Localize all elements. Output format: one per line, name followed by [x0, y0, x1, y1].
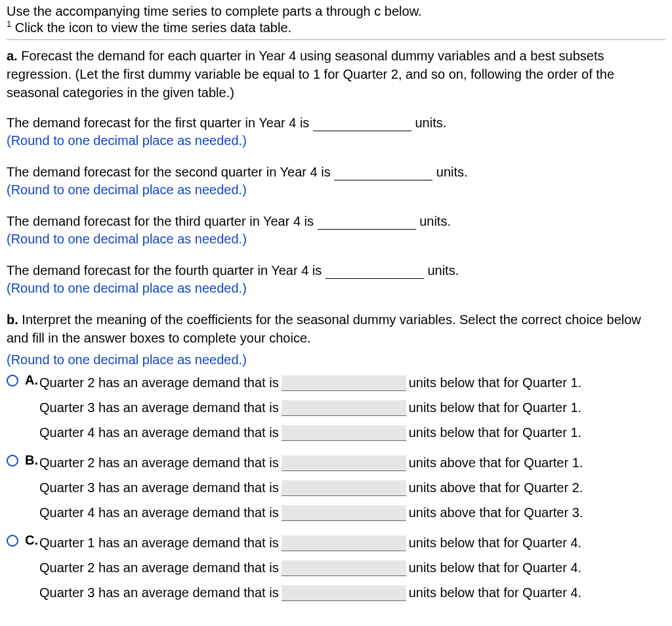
choice-a-line-3: Quarter 4 has an average demand that is … — [39, 423, 665, 442]
choice-b-line-3: Quarter 4 has an average demand that is … — [39, 503, 665, 522]
q2-pre: The demand forecast for the second quart… — [7, 165, 334, 179]
q1-pre: The demand forecast for the first quarte… — [7, 115, 313, 130]
choice-a-line-1: Quarter 2 has an average demand that is … — [39, 373, 665, 392]
choice-c-line-2: Quarter 2 has an average demand that is … — [39, 558, 665, 577]
choice-c-block: C. Quarter 1 has an average demand that … — [7, 533, 665, 608]
choice-a-line-3-post: units below that for Quarter 1. — [409, 423, 581, 442]
choice-c-line-2-post: units below that for Quarter 4. — [409, 558, 581, 577]
choice-c-letter: C. — [25, 533, 39, 548]
choice-b-input-3[interactable] — [282, 505, 406, 521]
choice-a-input-1[interactable] — [282, 375, 406, 391]
q3-post: units. — [416, 214, 451, 228]
part-a-label: a. — [7, 49, 18, 63]
part-a-heading: a. Forecast the demand for each quarter … — [7, 47, 665, 102]
choice-a-line-2: Quarter 3 has an average demand that is … — [39, 398, 665, 417]
choice-b-line-1-post: units above that for Quarter 1. — [409, 453, 583, 472]
q2-post: units. — [432, 165, 467, 179]
q2-hint: (Round to one decimal place as needed.) — [7, 182, 665, 198]
part-b-hint: (Round to one decimal place as needed.) — [7, 352, 665, 367]
choice-a-line-2-pre: Quarter 3 has an average demand that is — [39, 398, 279, 417]
q4-pre: The demand forecast for the fourth quart… — [7, 263, 326, 278]
choice-c-line-3-post: units below that for Quarter 4. — [409, 583, 581, 602]
question-page: Use the accompanying time series to comp… — [0, 0, 672, 618]
choice-b-input-1[interactable] — [282, 455, 406, 471]
answer-block-q4: The demand forecast for the fourth quart… — [7, 261, 665, 296]
choice-b-line-1-pre: Quarter 2 has an average demand that is — [39, 453, 279, 472]
choice-b-letter: B. — [25, 453, 39, 468]
choice-c-line-3-pre: Quarter 3 has an average demand that is — [39, 583, 279, 602]
choice-b-line-3-post: units above that for Quarter 3. — [409, 503, 583, 522]
choice-b-line-2-post: units above that for Quarter 2. — [409, 478, 583, 497]
footnote-text: Click the icon to view the time series d… — [11, 20, 291, 35]
q3-pre: The demand forecast for the third quarte… — [7, 214, 318, 228]
divider — [7, 39, 665, 40]
q4-post: units. — [424, 263, 459, 278]
choice-b-line-3-pre: Quarter 4 has an average demand that is — [39, 503, 279, 522]
choice-c-input-3[interactable] — [282, 585, 406, 601]
choice-b-line-2-pre: Quarter 3 has an average demand that is — [39, 478, 279, 497]
q3-input[interactable] — [318, 215, 416, 230]
answer-block-q2: The demand forecast for the second quart… — [7, 163, 665, 198]
choice-c-line-2-pre: Quarter 2 has an average demand that is — [39, 558, 279, 577]
radio-a[interactable] — [7, 375, 18, 386]
choice-c-line-1-post: units below that for Quarter 4. — [409, 533, 581, 553]
answer-block-q3: The demand forecast for the third quarte… — [7, 212, 665, 247]
q4-hint: (Round to one decimal place as needed.) — [7, 281, 665, 296]
part-b-label: b. — [7, 312, 18, 327]
q3-hint: (Round to one decimal place as needed.) — [7, 232, 665, 247]
q2-input[interactable] — [334, 165, 432, 180]
choice-a-letter: A. — [25, 373, 39, 388]
intro-line-1: Use the accompanying time series to comp… — [7, 4, 665, 19]
choice-a-line-2-post: units below that for Quarter 1. — [409, 398, 581, 417]
choice-c-input-2[interactable] — [282, 560, 406, 576]
answer-block-q1: The demand forecast for the first quarte… — [7, 114, 665, 148]
choice-a-line-1-post: units below that for Quarter 1. — [409, 373, 581, 392]
choice-a-block: A. Quarter 2 has an average demand that … — [7, 373, 665, 448]
choice-b-input-2[interactable] — [282, 480, 406, 496]
choice-c-line-1-pre: Quarter 1 has an average demand that is — [39, 533, 279, 553]
choice-b-line-2: Quarter 3 has an average demand that is … — [39, 478, 665, 497]
q1-input[interactable] — [313, 116, 411, 131]
choice-c-line-1: Quarter 1 has an average demand that is … — [39, 533, 665, 553]
q1-post: units. — [411, 115, 446, 130]
q4-input[interactable] — [326, 264, 424, 279]
choice-c-line-3: Quarter 3 has an average demand that is … — [39, 583, 665, 602]
q1-hint: (Round to one decimal place as needed.) — [7, 133, 665, 148]
choice-a-input-2[interactable] — [282, 400, 406, 416]
choice-b-block: B. Quarter 2 has an average demand that … — [7, 453, 665, 528]
choice-a-line-1-pre: Quarter 2 has an average demand that is — [39, 373, 279, 392]
choice-a-line-3-pre: Quarter 4 has an average demand that is — [39, 423, 279, 442]
part-a-text: Forecast the demand for each quarter in … — [7, 49, 614, 100]
choice-c-input-1[interactable] — [282, 535, 406, 551]
intro-line-2: 1 Click the icon to view the time series… — [7, 20, 665, 35]
part-b-text: Interpret the meaning of the coefficient… — [7, 312, 641, 345]
radio-c[interactable] — [7, 535, 18, 547]
choice-a-input-3[interactable] — [282, 425, 406, 441]
part-b-heading: b. Interpret the meaning of the coeffici… — [7, 310, 665, 347]
radio-b[interactable] — [7, 455, 18, 467]
choice-b-line-1: Quarter 2 has an average demand that is … — [39, 453, 665, 472]
